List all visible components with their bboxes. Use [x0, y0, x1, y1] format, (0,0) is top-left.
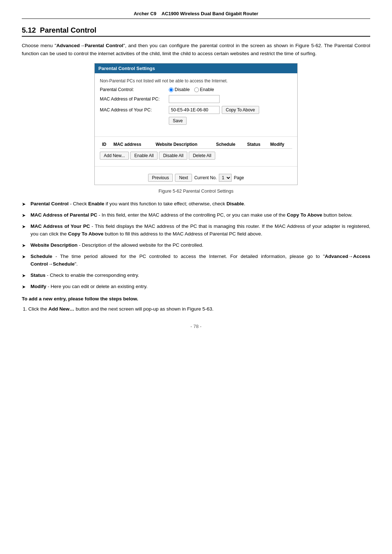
bullet-term-4: Website Description [30, 242, 78, 248]
bullet-mac-parental: ➤ MAC Address of Parental PC - In this f… [22, 212, 370, 219]
panel-header: Parental Control Settings [95, 63, 297, 73]
bullet-term-3: MAC Address of Your PC [30, 223, 90, 229]
mac-your-row: MAC Address of Your PC: Copy To Above [100, 106, 292, 114]
panel-notice: Non-Parental PCs not listed will not be … [100, 78, 292, 83]
page-number: - 78 - [22, 324, 370, 329]
bullet-term-1: Parental Control [30, 201, 69, 206]
enable-all-button[interactable]: Enable All [130, 152, 158, 160]
col-id: ID [100, 140, 111, 149]
bullet-website: ➤ Website Description - Description of t… [22, 242, 370, 249]
save-row: Save [100, 117, 292, 125]
steps-list: Click the Add New… button and the next s… [22, 305, 370, 313]
pagination-row: Previous Next Current No. 1 Page [95, 170, 297, 185]
table-header-row: ID MAC address Website Description Sched… [100, 140, 292, 149]
parental-control-panel: Parental Control Settings Non-Parental P… [94, 63, 298, 185]
feature-bullets: ➤ Parental Control - Check Enable if you… [22, 200, 370, 291]
copy-to-above-button[interactable]: Copy To Above [222, 106, 259, 114]
bullet-arrow-3: ➤ [22, 223, 27, 230]
parental-control-radio-group: Disable Enable [169, 87, 214, 92]
bullet-mac-your: ➤ MAC Address of Your PC - This field di… [22, 223, 370, 238]
add-new-button[interactable]: Add New... [100, 152, 129, 160]
current-no-select[interactable]: 1 [219, 174, 232, 182]
panel-body: Non-Parental PCs not listed will not be … [95, 73, 297, 133]
radio-disable[interactable] [169, 87, 173, 92]
parental-control-row: Parental Control: Disable Enable [100, 87, 292, 92]
delete-all-button[interactable]: Delete All [189, 152, 215, 160]
steps-header: To add a new entry, please follow the st… [22, 296, 370, 301]
bullet-arrow-2: ➤ [22, 212, 27, 219]
mac-parental-input[interactable] [169, 95, 220, 103]
bullet-arrow-5: ➤ [22, 253, 27, 260]
current-no-label: Current No. [194, 175, 217, 180]
col-website: Website Description [154, 140, 214, 149]
entries-table: ID MAC address Website Description Sched… [100, 140, 292, 149]
bullet-parental-control: ➤ Parental Control - Check Enable if you… [22, 200, 370, 208]
table-actions: Add New... Enable All Disable All Delete… [100, 152, 292, 160]
parental-control-label: Parental Control: [100, 87, 169, 92]
page-header: Archer C9 AC1900 Wireless Dual Band Giga… [22, 11, 370, 19]
col-mac: MAC address [111, 140, 153, 149]
page-label: Page [234, 175, 244, 180]
figure-caption: Figure 5-62 Parental Control Settings [22, 189, 370, 194]
col-status: Status [245, 140, 268, 149]
next-button[interactable]: Next [175, 174, 192, 182]
step-1: Click the Add New… button and the next s… [28, 305, 370, 313]
bullet-term-7: Modify [30, 284, 46, 289]
bullet-status: ➤ Status - Check to enable the correspon… [22, 272, 370, 279]
bullet-modify: ➤ Modify - Here you can edit or delete a… [22, 283, 370, 291]
mac-your-label: MAC Address of Your PC: [100, 107, 169, 112]
mac-your-input[interactable] [169, 106, 220, 114]
section-title: 5.12 Parental Control [22, 26, 370, 37]
bullet-arrow-7: ➤ [22, 283, 27, 291]
table-section: ID MAC address Website Description Sched… [95, 140, 297, 163]
bullet-arrow-6: ➤ [22, 272, 27, 279]
disable-all-button[interactable]: Disable All [159, 152, 187, 160]
previous-button[interactable]: Previous [148, 174, 173, 182]
bullet-arrow-4: ➤ [22, 242, 27, 249]
model-name: Archer C9 [134, 11, 156, 16]
col-modify: Modify [268, 140, 292, 149]
bullet-schedule: ➤ Schedule - The time period allowed for… [22, 253, 370, 268]
mac-parental-label: MAC Address of Parental PC: [100, 97, 169, 102]
intro-paragraph: Choose menu "Advanced→Parental Control",… [22, 42, 370, 57]
bullet-term-6: Status [30, 272, 45, 278]
radio-enable[interactable] [194, 87, 199, 92]
mac-your-controls: Copy To Above [169, 106, 259, 114]
save-button[interactable]: Save [169, 117, 187, 125]
radio-enable-text: Enable [200, 87, 214, 92]
col-schedule: Schedule [214, 140, 245, 149]
mac-parental-row: MAC Address of Parental PC: [100, 95, 292, 103]
bullet-term-2: MAC Address of Parental PC [30, 212, 97, 218]
bullet-arrow-1: ➤ [22, 201, 27, 208]
bullet-term-5: Schedule [30, 254, 52, 259]
radio-disable-label[interactable]: Disable [169, 87, 190, 92]
radio-disable-text: Disable [175, 87, 190, 92]
product-name: AC1900 Wireless Dual Band Gigabit Router [162, 11, 258, 16]
radio-enable-label[interactable]: Enable [194, 87, 214, 92]
